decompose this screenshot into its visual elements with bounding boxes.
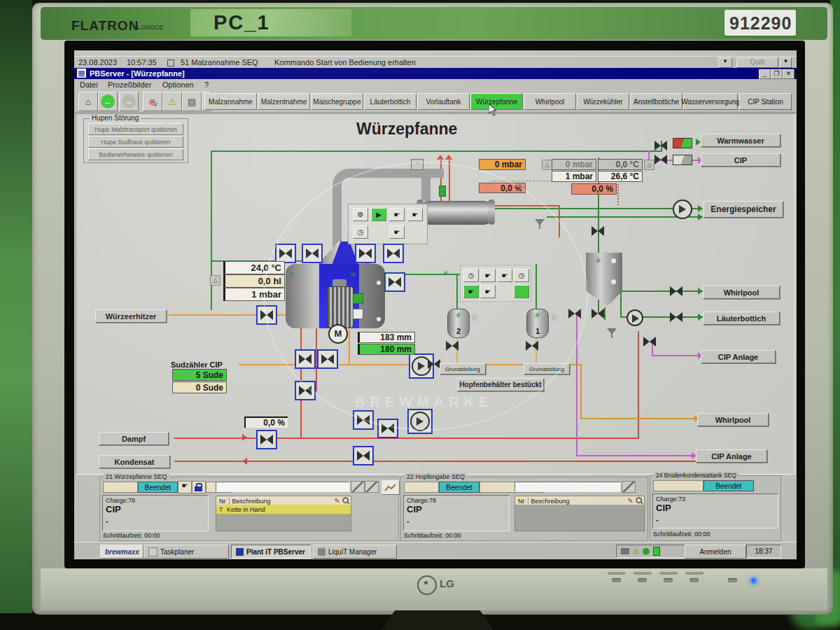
hand-icon[interactable]: ☛	[389, 225, 405, 239]
warning-icon[interactable]: ⚠	[162, 92, 182, 111]
command-input[interactable]	[514, 482, 621, 492]
label-energiespeicher[interactable]: Energiespeicher	[704, 201, 783, 218]
hupe-malztransport-button[interactable]: Hupe Malztransport quittieren	[88, 123, 183, 135]
alarm-combo-arrow[interactable]: ▼	[780, 57, 792, 68]
status-badge[interactable]: Beendet	[439, 482, 479, 493]
alarm-down-button[interactable]: ▼	[718, 57, 732, 68]
valve-icon[interactable]	[670, 286, 682, 296]
valve-icon[interactable]	[383, 244, 404, 263]
edit-icon[interactable]: ✎	[333, 497, 342, 505]
start-icon[interactable]: ▶	[371, 208, 386, 221]
monitor-button[interactable]	[638, 578, 647, 582]
status-green-icon[interactable]	[643, 548, 650, 555]
nav-wuerzekuehler[interactable]: Würzekühler	[577, 93, 629, 110]
menu-optionen[interactable]: Optionen	[162, 80, 194, 89]
hand-icon[interactable]: ☛	[407, 208, 423, 221]
minimize-button[interactable]: _	[759, 69, 771, 79]
grundstellung-right-button[interactable]: Grundstellung	[524, 363, 570, 374]
valve-icon[interactable]	[643, 337, 656, 346]
start-button[interactable]: brewmaxx	[100, 545, 144, 559]
lock-icon[interactable]	[192, 481, 206, 493]
valve-icon[interactable]	[670, 312, 682, 322]
label-cip-anlage-1[interactable]: CIP Anlage	[701, 350, 776, 363]
label-cip-anlage-2[interactable]: CIP Anlage	[696, 449, 767, 463]
label-whirlpool-1[interactable]: Whirlpool	[703, 286, 780, 299]
clock-icon[interactable]: ◷	[463, 269, 479, 282]
valve-icon[interactable]	[384, 272, 405, 292]
nav-maischegruppe[interactable]: Maischegruppe	[311, 93, 363, 110]
edit-icon[interactable]: ✎	[626, 497, 635, 505]
alarm-checkbox[interactable]	[167, 59, 174, 66]
status-badge[interactable]: Beendet	[704, 480, 754, 491]
hand-icon[interactable]: ☛	[389, 208, 405, 221]
valve-icon[interactable]	[256, 305, 277, 325]
back-icon[interactable]: ←	[98, 92, 118, 111]
valve-icon[interactable]	[654, 141, 667, 150]
valve-icon[interactable]	[302, 244, 323, 263]
valve-icon[interactable]	[654, 155, 667, 164]
monitor-button[interactable]	[664, 578, 673, 582]
pump-icon[interactable]	[626, 309, 643, 326]
acknowledge-alarm-icon[interactable]: ⊗✓	[143, 92, 162, 111]
hand-icon[interactable]: ☛	[480, 285, 496, 298]
monitor-power-button[interactable]	[728, 578, 737, 582]
valve-icon[interactable]	[353, 410, 374, 430]
hand-mode-icon[interactable]: ☛	[178, 481, 192, 493]
home-icon[interactable]: ⌂	[78, 92, 98, 111]
menu-datei[interactable]: Datei	[80, 80, 98, 89]
menu-help[interactable]: ?	[204, 80, 209, 89]
valve-icon[interactable]	[526, 341, 538, 351]
hand-icon[interactable]: ☛	[480, 269, 496, 282]
label-kondensat[interactable]: Kondensat	[99, 455, 170, 468]
valve-icon[interactable]	[317, 349, 338, 369]
speaker-mute-icon[interactable]	[365, 481, 379, 493]
trend-chart-icon[interactable]	[382, 480, 400, 495]
command-input[interactable]	[216, 482, 350, 492]
restore-button[interactable]: ❐	[771, 69, 783, 79]
bedienerhinweis-button[interactable]: Bedienerhinweis quittieren	[88, 148, 183, 160]
task-liquit-manager[interactable]: LiquiT Manager	[313, 545, 397, 559]
nav-malzannahme[interactable]: Malzannahme	[204, 93, 257, 110]
message-row[interactable]: 7 Kette in Hand	[216, 505, 351, 514]
clock-icon[interactable]: ◷	[353, 225, 368, 239]
label-wuerzeerhitzer[interactable]: Würzeerhitzer	[95, 309, 167, 323]
valve-icon[interactable]	[592, 226, 604, 236]
forward-icon[interactable]: →	[119, 92, 139, 111]
valve-icon[interactable]	[353, 446, 374, 465]
nav-malzentnahme[interactable]: Malzentnahme	[258, 93, 310, 110]
monitor-button[interactable]	[690, 578, 699, 582]
nav-vorlauftank[interactable]: Vorlauftank	[417, 93, 470, 110]
nav-whirlpool[interactable]: Whirlpool	[524, 93, 576, 110]
login-button[interactable]: Anmelden	[685, 545, 746, 559]
magnifier-icon[interactable]	[342, 497, 349, 504]
horn-mute-icon[interactable]	[351, 481, 365, 493]
valve-icon[interactable]	[592, 309, 604, 318]
label-laeuterbottich[interactable]: Läuterbottich	[703, 312, 780, 325]
message-list[interactable]	[514, 505, 645, 531]
status-badge[interactable]: Beendet	[138, 482, 178, 493]
printer-icon[interactable]: ▤	[182, 92, 202, 111]
menu-prozessbilder[interactable]: Prozeßbilder	[108, 80, 151, 89]
hand-icon[interactable]: ☛	[497, 269, 512, 282]
warning-tray-icon[interactable]: ⚠	[633, 547, 639, 555]
valve-icon[interactable]	[446, 341, 458, 351]
nav-laeuterbottich[interactable]: Läuterbottich	[364, 93, 416, 110]
monitor-button[interactable]	[612, 578, 621, 582]
hupe-sudhaus-button[interactable]: Hupe Sudhaus quittieren	[88, 136, 183, 148]
valve-icon[interactable]	[377, 419, 398, 438]
hopfenbehaelter-button[interactable]: Hopfenbehälter bestückt	[457, 378, 544, 391]
quit-button[interactable]: Quitt	[736, 57, 778, 68]
label-dampf[interactable]: Dampf	[99, 432, 169, 445]
magnifier-icon[interactable]	[636, 497, 643, 504]
task-taskplaner[interactable]: Taskplaner	[144, 545, 229, 559]
steam-valve-icon[interactable]	[256, 430, 277, 449]
label-whirlpool-2[interactable]: Whirlpool	[697, 413, 769, 426]
hand-auto-icon[interactable]: ☛	[463, 285, 479, 298]
status-square-icon[interactable]	[653, 547, 660, 556]
valve-icon[interactable]	[295, 349, 316, 369]
key-icon[interactable]: ⚙	[353, 208, 368, 221]
valve-icon[interactable]	[355, 244, 376, 263]
nav-cip-station[interactable]: CIP Station	[739, 93, 792, 110]
message-list[interactable]: 7 Kette in Hand	[216, 505, 351, 531]
pump-icon[interactable]	[673, 200, 692, 219]
